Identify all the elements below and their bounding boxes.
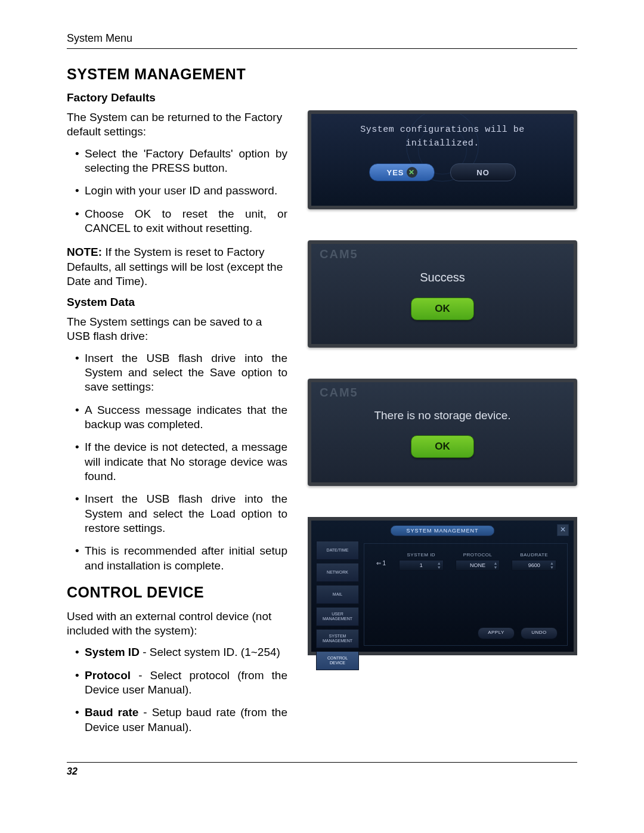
section-title-system-management: SYSTEM MANAGEMENT <box>67 66 577 83</box>
spinner-arrows-icon: ▲▼ <box>493 561 497 569</box>
apply-button[interactable]: APPLY <box>478 627 515 639</box>
cam-label: CAM5 <box>311 382 574 401</box>
screenshot-success: CAM5 Success OK <box>308 240 577 348</box>
sd-step-5: This is recommended after initial setup … <box>67 544 287 573</box>
cd-item-system-id: System ID - Select system ID. (1~254) <box>67 645 287 659</box>
sidebar-item-user-mgmt[interactable]: USERMANAGEMENT <box>316 607 359 626</box>
screenshot-no-storage: CAM5 There is no storage device. OK <box>308 379 577 486</box>
col-baudrate: BAUDRATE <box>512 552 556 558</box>
note-label: NOTE: <box>67 246 102 258</box>
ok-button[interactable]: OK <box>411 435 474 458</box>
fd-intro: The System can be returned to the Factor… <box>67 110 287 140</box>
page-number: 32 <box>67 766 577 777</box>
sd-intro: The System settings can be saved to a US… <box>67 315 287 344</box>
sidebar-item-datetime[interactable]: DATE/TIME <box>316 541 359 560</box>
subhead-factory-defaults: Factory Defaults <box>67 91 287 104</box>
fd-step-3: Choose OK to reset the unit, or CANCEL t… <box>67 207 287 236</box>
sd-step-4: Insert the USB flash drive into the Syst… <box>67 492 287 535</box>
no-storage-msg: There is no storage device. <box>311 401 574 427</box>
sidebar-item-mail[interactable]: MAIL <box>316 585 359 604</box>
yes-button-label: YES <box>386 168 404 177</box>
right-column: System configurations will be initialliz… <box>308 91 577 744</box>
rule-bottom <box>67 762 577 763</box>
success-msg: Success <box>311 262 574 289</box>
cd-item-system-id-label: System ID <box>85 646 140 658</box>
subhead-system-data: System Data <box>67 296 287 309</box>
rule-top <box>67 48 577 49</box>
cd-item-protocol: Protocol - Select protocol (from the Dev… <box>67 668 287 698</box>
sidebar-item-system-mgmt[interactable]: SYSTEMMANAGEMENT <box>316 629 359 648</box>
panel-title: SYSTEM MANAGEMENT <box>390 525 494 536</box>
sidebar-item-control-device[interactable]: CONTROLDEVICE <box>316 651 359 670</box>
panel-body: ⇐ 1 SYSTEM ID 1▲▼ PROTOCOL NONE▲▼ BAUDRA… <box>364 543 568 646</box>
section-title-control-device: CONTROL DEVICE <box>67 584 287 601</box>
init-confirm-msg-line1: System configurations will be <box>322 123 563 137</box>
col-system-id: SYSTEM ID <box>399 552 444 558</box>
cd-item-system-id-text: - Select system ID. (1~254) <box>140 646 280 658</box>
sd-step-2: A Success message indicates that the bac… <box>67 403 287 432</box>
undo-button[interactable]: UNDO <box>521 627 558 639</box>
close-x-icon: ✕ <box>407 167 417 178</box>
baudrate-spinner[interactable]: 9600▲▼ <box>512 560 556 571</box>
cd-intro: Used with an external control device (no… <box>67 609 287 639</box>
sd-step-3: If the device is not detected, a message… <box>67 440 287 484</box>
fd-note: NOTE: If the System is reset to Factory … <box>67 245 287 289</box>
cam-label: CAM5 <box>311 244 574 262</box>
ok-button[interactable]: OK <box>411 298 474 320</box>
spinner-arrows-icon: ▲▼ <box>550 561 554 569</box>
row-index: ⇐ 1 <box>375 560 387 566</box>
init-confirm-msg-line2: initiallized. <box>322 137 563 151</box>
header-label: System Menu <box>67 32 577 45</box>
protocol-spinner[interactable]: NONE▲▼ <box>456 560 500 571</box>
cd-item-baud: Baud rate - Setup baud rate (from the De… <box>67 705 287 735</box>
screenshot-init-confirm: System configurations will be initialliz… <box>308 110 577 209</box>
left-column: Factory Defaults The System can be retur… <box>67 91 287 744</box>
sidebar: DATE/TIME NETWORK MAIL USERMANAGEMENT SY… <box>316 541 359 647</box>
spinner-arrows-icon: ▲▼ <box>437 561 441 569</box>
col-protocol: PROTOCOL <box>456 552 500 558</box>
no-button[interactable]: NO <box>450 163 516 181</box>
system-id-spinner[interactable]: 1▲▼ <box>399 560 444 571</box>
cd-item-protocol-label: Protocol <box>85 669 131 682</box>
sidebar-item-network[interactable]: NETWORK <box>316 563 359 582</box>
fd-step-2: Login with your user ID and password. <box>67 184 287 198</box>
fd-step-1: Select the 'Factory Defaults' option by … <box>67 147 287 176</box>
close-icon[interactable]: ✕ <box>557 524 569 536</box>
screenshot-control-device: SYSTEM MANAGEMENT ✕ DATE/TIME NETWORK MA… <box>308 517 577 655</box>
yes-button[interactable]: YES✕ <box>369 163 435 181</box>
cd-item-baud-label: Baud rate <box>85 706 138 719</box>
sd-step-1: Insert the USB flash drive into the Syst… <box>67 351 287 395</box>
